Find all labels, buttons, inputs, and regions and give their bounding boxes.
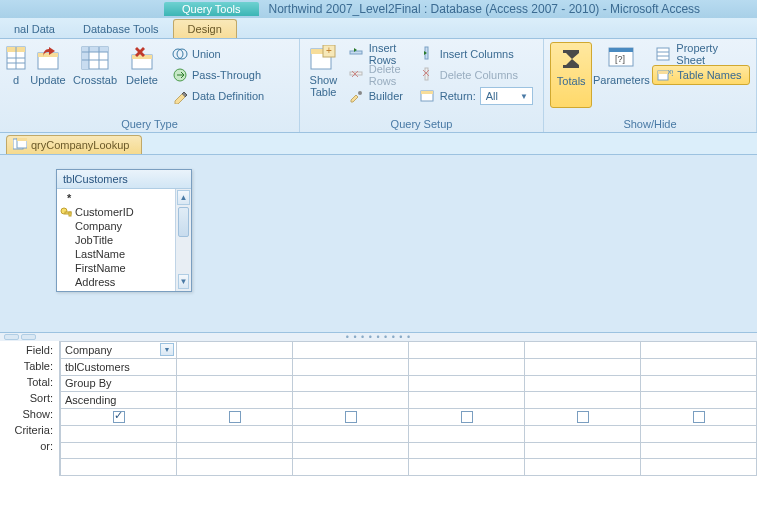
cell-or-3[interactable] [409,442,525,459]
cell-sort-2[interactable] [293,392,409,409]
show-checkbox-5[interactable] [693,411,705,423]
field-asterisk[interactable]: * [57,191,175,205]
tab-external-data[interactable]: nal Data [0,20,69,38]
scroll-up-icon[interactable]: ▲ [177,190,190,205]
delete-columns-button[interactable]: Delete Columns [416,65,537,85]
pass-through-icon [172,67,188,83]
totals-button[interactable]: Totals [550,42,592,108]
cell-total-5[interactable] [641,375,757,392]
scroll-down-icon[interactable]: ▼ [178,274,189,289]
splitter[interactable]: • • • • • • • • • [0,333,757,341]
query-type-partial-button[interactable]: d [6,42,26,108]
union-button[interactable]: Union [168,44,268,64]
cell-show-3[interactable] [409,409,525,426]
cell-criteria-5[interactable] [641,425,757,442]
table-box-tblcustomers[interactable]: tblCustomers * CustomerID Company JobTit… [56,169,192,292]
cell-total-3[interactable] [409,375,525,392]
pass-through-button[interactable]: Pass-Through [168,65,268,85]
property-sheet-button[interactable]: Property Sheet [652,44,750,64]
scroll-thumb[interactable] [178,207,189,237]
builder-button[interactable]: Builder [345,86,416,106]
tab-database-tools[interactable]: Database Tools [69,20,173,38]
cell-blank-1[interactable] [177,459,293,476]
hscroll-right-icon[interactable] [21,334,36,340]
cell-table-1[interactable] [177,358,293,375]
show-checkbox-1[interactable] [229,411,241,423]
cell-sort-3[interactable] [409,392,525,409]
delete-button[interactable]: Delete [120,42,164,108]
field-address[interactable]: Address [57,275,175,289]
show-checkbox-4[interactable] [577,411,589,423]
return-select[interactable]: All▼ [480,87,533,105]
cell-table-0[interactable]: tblCustomers [61,358,177,375]
doc-tab-qrycompanylookup[interactable]: qryCompanyLookup [6,135,142,154]
parameters-button[interactable]: [?] Parameters [592,42,650,108]
cell-field-3[interactable] [409,342,525,359]
cell-blank-0[interactable] [61,459,177,476]
show-checkbox-2[interactable] [345,411,357,423]
table-scrollbar[interactable]: ▲ ▼ [175,189,191,291]
cell-total-0[interactable]: Group By [61,375,177,392]
cell-show-4[interactable] [525,409,641,426]
field-dropdown-icon[interactable]: ▼ [160,343,174,356]
cell-sort-5[interactable] [641,392,757,409]
field-customerid[interactable]: CustomerID [57,205,175,219]
cell-total-4[interactable] [525,375,641,392]
show-checkbox-0[interactable] [113,411,125,423]
cell-or-4[interactable] [525,442,641,459]
data-definition-button[interactable]: Data Definition [168,86,268,106]
cell-or-5[interactable] [641,442,757,459]
cell-blank-2[interactable] [293,459,409,476]
tab-design[interactable]: Design [173,19,237,38]
field-firstname[interactable]: FirstName [57,261,175,275]
cell-table-4[interactable] [525,358,641,375]
cell-show-0[interactable] [61,409,177,426]
row-sort: Ascending [60,392,757,409]
cell-total-1[interactable] [177,375,293,392]
table-names-label: Table Names [677,69,741,81]
cell-field-4[interactable] [525,342,641,359]
design-surface[interactable]: tblCustomers * CustomerID Company JobTit… [0,155,757,333]
field-jobtitle[interactable]: JobTitle [57,233,175,247]
cell-field-0[interactable]: Company▼ [61,342,177,359]
hscroll-left-icon[interactable] [4,334,19,340]
cell-field-5[interactable] [641,342,757,359]
cell-show-5[interactable] [641,409,757,426]
cell-field-2[interactable] [293,342,409,359]
cell-or-0[interactable] [61,442,177,459]
cell-show-1[interactable] [177,409,293,426]
cell-sort-0[interactable]: Ascending [61,392,177,409]
field-lastname[interactable]: LastName [57,247,175,261]
cell-table-3[interactable] [409,358,525,375]
cell-criteria-3[interactable] [409,425,525,442]
insert-columns-button[interactable]: Insert Columns [416,44,537,64]
cell-blank-4[interactable] [525,459,641,476]
crosstab-button[interactable]: Crosstab [70,42,120,108]
delete-rows-button[interactable]: Delete Rows [345,65,416,85]
cell-table-2[interactable] [293,358,409,375]
cell-criteria-4[interactable] [525,425,641,442]
insert-rows-button[interactable]: Insert Rows [345,44,416,64]
cell-criteria-2[interactable] [293,425,409,442]
chevron-down-icon[interactable]: ▼ [518,92,530,101]
table-names-button[interactable]: xyzTable Names [652,65,750,85]
cell-criteria-1[interactable] [177,425,293,442]
cell-sort-1[interactable] [177,392,293,409]
cell-sort-4[interactable] [525,392,641,409]
cell-show-2[interactable] [293,409,409,426]
cell-blank-5[interactable] [641,459,757,476]
show-table-button[interactable]: + Show Table [306,42,341,108]
show-checkbox-3[interactable] [461,411,473,423]
field-company[interactable]: Company [57,219,175,233]
cell-blank-3[interactable] [409,459,525,476]
cell-total-2[interactable] [293,375,409,392]
delete-columns-label: Delete Columns [440,69,518,81]
svg-rect-29 [421,91,433,94]
cell-field-1[interactable] [177,342,293,359]
cell-or-1[interactable] [177,442,293,459]
update-button[interactable]: Update [26,42,70,108]
cell-table-5[interactable] [641,358,757,375]
label-or: or: [0,438,59,454]
cell-criteria-0[interactable] [61,425,177,442]
cell-or-2[interactable] [293,442,409,459]
